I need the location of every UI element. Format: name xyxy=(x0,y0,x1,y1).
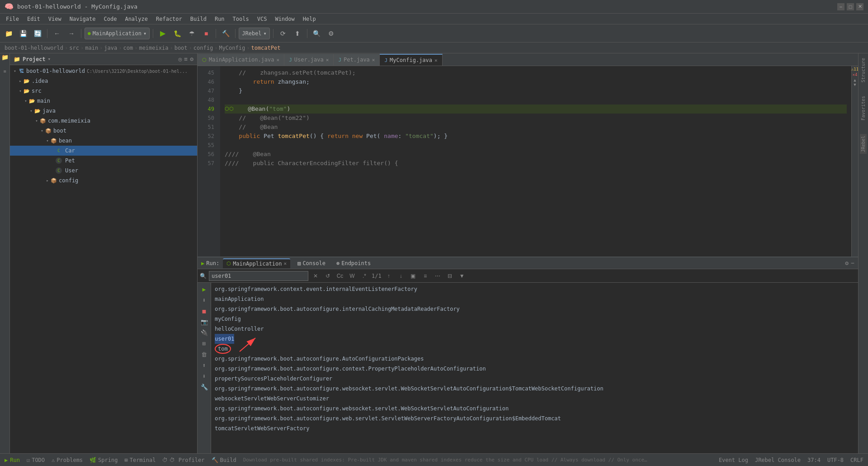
project-settings-btn[interactable]: ⚙ xyxy=(190,56,193,62)
build-btn[interactable]: 🔨 Build xyxy=(212,457,236,463)
breadcrumb-config[interactable]: config xyxy=(193,45,213,51)
run-config-dropdown[interactable]: ● MainApplication ▾ xyxy=(85,28,150,39)
tab-user[interactable]: J User.java ✕ xyxy=(284,54,334,66)
tree-item-config[interactable]: ▸ 📦 config xyxy=(10,176,197,185)
breadcrumb-main[interactable]: main xyxy=(85,45,98,51)
toolbar-search-btn[interactable]: 🔍 xyxy=(311,27,323,40)
breadcrumb-java[interactable]: java xyxy=(104,45,117,51)
filter3-btn[interactable]: ▼ xyxy=(457,271,467,281)
console-layout2-btn[interactable]: ⊞ xyxy=(200,339,209,348)
tree-item-boot[interactable]: ▾ 📦 boot xyxy=(10,126,197,136)
menu-edit[interactable]: Edit xyxy=(24,15,44,23)
tree-item-java[interactable]: ▾ 📂 java xyxy=(10,106,197,116)
tree-item-pet[interactable]: C Pet xyxy=(10,156,197,166)
line-ending-indicator[interactable]: CRLF xyxy=(850,457,863,463)
menu-file[interactable]: File xyxy=(2,15,23,23)
tab-close-btn[interactable]: ✕ xyxy=(372,57,375,63)
menu-vcs[interactable]: VCS xyxy=(254,15,271,23)
layout-btn[interactable]: ≡ xyxy=(420,271,430,281)
debug-btn[interactable]: 🐛 xyxy=(171,27,184,40)
console-search-input[interactable] xyxy=(209,271,308,281)
breadcrumb-boot[interactable]: boot xyxy=(175,45,188,51)
toolbar-back-btn[interactable]: ← xyxy=(51,27,63,40)
close-button[interactable]: ✕ xyxy=(856,3,863,10)
console-camera-btn[interactable]: 📷 xyxy=(200,317,209,326)
more-btn[interactable]: ⋯ xyxy=(433,271,443,281)
word-search-btn[interactable]: W xyxy=(347,271,357,281)
filter2-btn[interactable]: ⊟ xyxy=(445,271,455,281)
breadcrumb-src[interactable]: src xyxy=(69,45,79,51)
tab-close-btn[interactable]: ✕ xyxy=(277,57,280,63)
next-result-btn[interactable]: Cc xyxy=(335,271,345,281)
console-sort-btn[interactable]: ⬆ xyxy=(200,361,209,370)
search-down-btn[interactable]: ↓ xyxy=(396,271,406,281)
jrebel-panel-btn[interactable]: JRebel xyxy=(860,134,867,154)
tree-item-main[interactable]: ▾ 📂 main xyxy=(10,96,197,106)
code-area[interactable]: // zhangsan.setPet(tomcatPet); return zh… xyxy=(220,66,851,257)
breadcrumb-com[interactable]: com xyxy=(123,45,133,51)
endpoints-tab[interactable]: ⊛ Endpoints xyxy=(333,258,374,268)
toolbar-open-btn[interactable]: 📁 xyxy=(2,27,15,40)
menu-analyze[interactable]: Analyze xyxy=(121,15,151,23)
console-wrench-btn[interactable]: 🔧 xyxy=(200,382,209,391)
menu-window[interactable]: Window xyxy=(271,15,298,23)
jrebel-dropdown[interactable]: JRebel ▾ xyxy=(239,28,270,39)
console-trash-btn[interactable]: 🗑 xyxy=(200,350,209,359)
breadcrumb-tomcatpet[interactable]: tomcatPet xyxy=(251,45,280,51)
maximize-button[interactable]: □ xyxy=(847,3,854,10)
console-run-btn[interactable]: ▶ xyxy=(200,285,209,294)
tab-pet[interactable]: J Pet.java ✕ xyxy=(334,54,380,66)
tab-myconfig[interactable]: J MyConfig.java ✕ xyxy=(380,54,442,66)
jrebel-console-btn[interactable]: JRebel Console xyxy=(755,457,801,463)
tab-mainapplication[interactable]: ⬡ MainApplication.java ✕ xyxy=(198,54,284,66)
menu-help[interactable]: Help xyxy=(299,15,320,23)
minimize-button[interactable]: − xyxy=(837,3,844,10)
menu-tools[interactable]: Tools xyxy=(229,15,253,23)
menu-code[interactable]: Code xyxy=(100,15,121,23)
menu-refactor[interactable]: Refactor xyxy=(152,15,186,23)
toolbar-build-btn[interactable]: 🔨 xyxy=(219,27,232,40)
console-stop-btn[interactable]: ■ xyxy=(200,306,209,315)
menu-navigate[interactable]: Navigate xyxy=(66,15,99,23)
console-tab[interactable]: ▤ Console xyxy=(294,258,329,268)
todo-btn[interactable]: ☑ TODO xyxy=(27,457,45,463)
project-collapse-btn[interactable]: ≡ xyxy=(184,56,188,62)
close-process-btn[interactable]: ✕ xyxy=(284,261,287,266)
toolbar-push-btn[interactable]: ⬆ xyxy=(291,27,304,40)
menu-view[interactable]: View xyxy=(45,15,65,23)
console-sort2-btn[interactable]: ⬇ xyxy=(200,371,209,380)
breadcrumb-project[interactable]: boot-01-helloworld xyxy=(5,45,63,51)
spring-btn[interactable]: 🌿 Spring xyxy=(90,457,118,463)
menu-run[interactable]: Run xyxy=(211,15,228,23)
regex-search-btn[interactable]: .* xyxy=(359,271,369,281)
toolbar-vcs-btn[interactable]: ⟳ xyxy=(277,27,289,40)
coverage-btn[interactable]: ☂ xyxy=(185,27,198,40)
favorites-panel-btn[interactable]: Favorites xyxy=(861,96,866,120)
tree-item-root[interactable]: ▾ 🏗 boot-01-helloworld C:\Users\32120\De… xyxy=(10,66,197,76)
clear-search-btn[interactable]: ✕ xyxy=(311,271,321,281)
tab-close-btn[interactable]: ✕ xyxy=(434,57,438,63)
console-scroll-down-btn[interactable]: ⬇ xyxy=(200,295,209,304)
toolbar-settings-btn[interactable]: ⚙ xyxy=(325,27,338,40)
tree-item-src[interactable]: ▾ 📂 src xyxy=(10,86,197,96)
tree-item-user[interactable]: C User xyxy=(10,166,197,176)
toolbar-forward-btn[interactable]: → xyxy=(65,27,78,40)
event-log-btn[interactable]: Event Log xyxy=(719,457,748,463)
breadcrumb-myconfig[interactable]: MyConfig xyxy=(219,45,245,51)
scroll-up[interactable]: ▲ xyxy=(854,78,856,82)
project-locate-btn[interactable]: ◎ xyxy=(179,56,182,62)
scroll-down[interactable]: ▼ xyxy=(854,82,856,87)
breadcrumb-meimeixia[interactable]: meimeixia xyxy=(139,45,168,51)
filter-btn[interactable]: ▣ xyxy=(408,271,418,281)
profiler-btn[interactable]: ⏱ ⏱ Profiler xyxy=(162,457,204,463)
main-application-tab[interactable]: ⬡ MainApplication ✕ xyxy=(223,258,290,268)
terminal-btn[interactable]: ⊞ Terminal xyxy=(124,457,156,463)
run-status-btn[interactable]: ▶ Run xyxy=(5,457,20,463)
search-up-btn[interactable]: ↑ xyxy=(384,271,394,281)
encoding-indicator[interactable]: UTF-8 xyxy=(827,457,844,463)
project-icon[interactable]: 📁 xyxy=(1,53,9,61)
problems-btn[interactable]: ⚠ Problems xyxy=(52,457,83,463)
tree-item-car[interactable]: C Car xyxy=(10,146,197,156)
structure-panel-btn[interactable]: Structure xyxy=(861,58,866,82)
tree-item-bean[interactable]: ▾ 📦 bean xyxy=(10,136,197,146)
